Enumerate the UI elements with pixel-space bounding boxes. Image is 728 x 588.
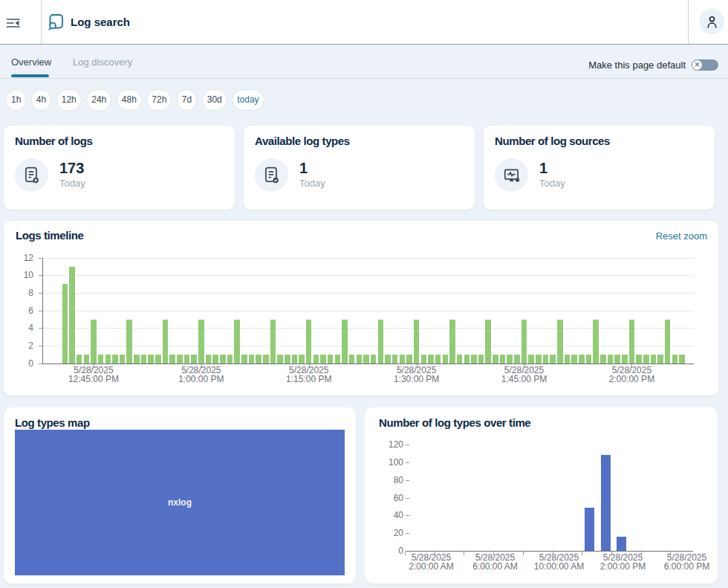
bar bbox=[241, 355, 247, 364]
bar bbox=[270, 320, 276, 364]
bar bbox=[622, 355, 628, 364]
log-types-over-time-title: Number of log types over time bbox=[379, 416, 530, 429]
bar bbox=[335, 355, 341, 364]
bar bbox=[565, 355, 571, 364]
user-icon bbox=[704, 14, 720, 30]
x-axis-label: 5/28/20256:00:00 PM bbox=[664, 553, 709, 572]
x-axis-label: 5/28/20251:15:00 PM bbox=[286, 366, 331, 384]
log-document-icon bbox=[15, 158, 48, 192]
y-axis-label: 80 bbox=[374, 475, 403, 485]
logs-timeline-card: Logs timeline Reset zoom 0246810125/28/2… bbox=[4, 221, 718, 395]
bar bbox=[285, 355, 290, 364]
bar bbox=[449, 320, 455, 364]
stat-card-title: Available log types bbox=[255, 135, 350, 147]
bar bbox=[349, 355, 355, 364]
bar bbox=[163, 320, 169, 364]
time-range-24h[interactable]: 24h bbox=[86, 89, 111, 111]
stat-value: 173 bbox=[59, 160, 84, 177]
stat-value: 1 bbox=[539, 160, 547, 177]
bar bbox=[126, 320, 132, 364]
bar bbox=[112, 355, 118, 364]
bar bbox=[657, 355, 663, 364]
treemap-node-nxlog[interactable]: nxlog bbox=[15, 430, 345, 575]
bar bbox=[571, 355, 577, 364]
y-axis-label: 60 bbox=[374, 493, 403, 503]
make-default-toggle[interactable]: ✕ bbox=[692, 59, 718, 71]
x-axis-label: 5/28/20251:30:00 PM bbox=[394, 366, 439, 384]
header-divider-right bbox=[688, 0, 689, 44]
bar bbox=[593, 320, 599, 364]
bar bbox=[105, 355, 111, 364]
bar bbox=[478, 355, 484, 364]
gridline-y6 bbox=[42, 311, 694, 311]
x-axis-label: 5/28/20251:45:00 PM bbox=[501, 366, 547, 384]
bar bbox=[69, 267, 75, 364]
bar bbox=[608, 355, 614, 364]
time-range-30d[interactable]: 30d bbox=[202, 89, 227, 111]
bar bbox=[601, 455, 611, 551]
x-axis-label: 5/28/20252:00:00 PM bbox=[600, 553, 646, 572]
bar bbox=[617, 537, 626, 551]
bar bbox=[471, 355, 477, 364]
page-title: Log search bbox=[71, 0, 130, 44]
stat-caption: Today bbox=[539, 178, 565, 189]
tab-overview[interactable]: Overview bbox=[11, 45, 51, 78]
bar bbox=[342, 320, 348, 364]
time-range-group: 1h4h12h24h48h72h7d30dtoday bbox=[6, 89, 264, 111]
bar bbox=[177, 355, 183, 364]
x-axis-tick bbox=[464, 552, 464, 555]
time-range-today[interactable]: today bbox=[232, 89, 264, 111]
bar bbox=[435, 355, 441, 364]
y-axis-label: 10 bbox=[4, 270, 33, 280]
stat-caption: Today bbox=[59, 178, 85, 189]
bar bbox=[120, 355, 126, 364]
logs-timeline-chart[interactable]: 0246810125/28/202512:45:00 PM5/28/20251:… bbox=[4, 221, 718, 395]
y-axis-label: 8 bbox=[4, 288, 33, 298]
bar bbox=[263, 355, 269, 364]
toggle-x-icon: ✕ bbox=[695, 62, 701, 68]
reset-zoom-link[interactable]: Reset zoom bbox=[656, 230, 707, 242]
logs-timeline-title: Logs timeline bbox=[16, 229, 83, 242]
toggle-knob: ✕ bbox=[692, 60, 702, 70]
bar bbox=[198, 320, 204, 364]
collapse-sidebar-icon[interactable] bbox=[7, 17, 20, 26]
bar bbox=[77, 355, 82, 364]
treemap-node-label: nxlog bbox=[168, 497, 192, 508]
bar bbox=[585, 508, 594, 551]
time-range-7d[interactable]: 7d bbox=[177, 89, 197, 111]
bar bbox=[557, 320, 563, 364]
header-divider-left bbox=[41, 0, 42, 44]
bar bbox=[672, 355, 678, 364]
stat-caption: Today bbox=[299, 178, 325, 189]
bar bbox=[378, 320, 384, 364]
y-axis-label: 120 bbox=[374, 439, 403, 450]
bar bbox=[493, 355, 498, 364]
bar bbox=[91, 320, 97, 364]
bar bbox=[443, 355, 449, 364]
log-types-over-time-chart[interactable]: 0204060801001205/28/20252:00:00 AM5/28/2… bbox=[365, 407, 718, 584]
bar bbox=[579, 355, 585, 364]
x-axis-label: 5/28/20252:00:00 AM bbox=[409, 553, 454, 572]
tab-log-discovery[interactable]: Log discovery bbox=[73, 45, 132, 78]
log-source-monitor-icon bbox=[495, 158, 528, 192]
bar bbox=[357, 355, 363, 364]
bar bbox=[292, 355, 298, 364]
y-axis-tick bbox=[406, 462, 409, 463]
y-axis-label: 6 bbox=[4, 306, 33, 316]
bar bbox=[249, 355, 255, 364]
time-range-12h[interactable]: 12h bbox=[56, 89, 82, 111]
time-range-1h[interactable]: 1h bbox=[6, 89, 26, 111]
bar bbox=[184, 355, 190, 364]
time-range-72h[interactable]: 72h bbox=[146, 89, 172, 111]
stat-card-number-of-log-sources: Number of log sources 1 Today bbox=[484, 126, 715, 210]
bar bbox=[206, 355, 212, 364]
bar bbox=[320, 355, 326, 364]
x-axis-line bbox=[42, 364, 694, 364]
bar bbox=[550, 355, 556, 364]
time-range-4h[interactable]: 4h bbox=[31, 89, 51, 111]
stat-card-title: Number of log sources bbox=[495, 135, 610, 147]
bar bbox=[191, 355, 197, 364]
time-range-48h[interactable]: 48h bbox=[117, 89, 142, 111]
make-default-control: Make this page default ✕ bbox=[588, 48, 718, 82]
user-menu-button[interactable] bbox=[699, 9, 724, 34]
